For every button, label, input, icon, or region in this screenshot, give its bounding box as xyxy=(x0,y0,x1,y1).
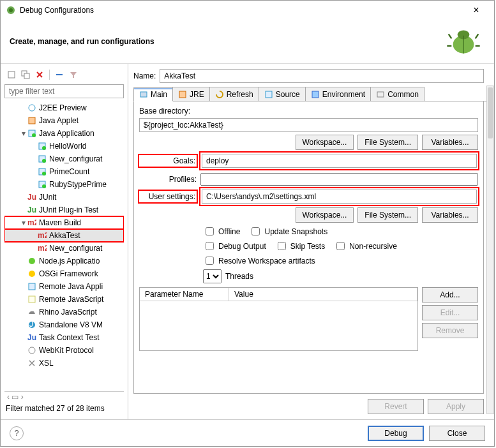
right-vscroll[interactable] xyxy=(486,86,494,414)
revert-button[interactable]: Revert xyxy=(368,399,424,414)
resolve-workspace-check[interactable]: Resolve Workspace artifacts xyxy=(203,255,315,267)
tree-item-label: WebKit Protocol xyxy=(39,346,94,355)
tree-item[interactable]: New_configurat xyxy=(4,153,124,165)
webkit-icon xyxy=(27,346,36,355)
tree-item[interactable]: WebKit Protocol xyxy=(4,344,124,357)
left-hscroll[interactable]: ‹ ▭ › xyxy=(4,391,124,401)
name-input[interactable] xyxy=(160,69,484,83)
tree-item-label: Maven Build xyxy=(39,218,81,227)
header-subtitle: Create, manage, and run configurations xyxy=(10,37,446,46)
main-icon xyxy=(139,90,148,99)
basedir-input[interactable] xyxy=(139,118,478,132)
parameter-table[interactable]: Parameter Name Value xyxy=(139,287,418,351)
threads-spinner[interactable]: 1 xyxy=(203,269,222,283)
tree-item[interactable]: Remote JavaScript xyxy=(4,293,124,306)
svg-text:m2: m2 xyxy=(27,218,36,227)
svg-rect-35 xyxy=(29,296,35,302)
tree-item[interactable]: JStandalone V8 VM xyxy=(4,318,124,331)
tree-item[interactable]: m2New_configurat xyxy=(4,242,124,255)
debug-button[interactable]: Debug xyxy=(368,426,424,441)
svg-point-18 xyxy=(32,133,36,137)
tree-item[interactable]: m2AkkaTest xyxy=(4,229,124,242)
m2-icon: m2 xyxy=(27,218,36,227)
tree-item[interactable]: RubyStypePrime xyxy=(4,178,124,191)
tree-item[interactable]: JuTask Context Test xyxy=(4,331,124,344)
tab-source[interactable]: Source xyxy=(259,87,306,101)
filter-icon[interactable] xyxy=(68,69,79,80)
window-title: Debug Configurations xyxy=(20,6,463,15)
footer: ? Debug Close xyxy=(1,419,494,446)
update-snapshots-check[interactable]: Update Snapshots xyxy=(249,225,327,237)
tree-item[interactable]: OSGi Framework xyxy=(4,267,124,280)
env-icon xyxy=(311,90,320,99)
applet-icon xyxy=(27,116,36,125)
variables-button-2[interactable]: Variables... xyxy=(422,207,478,223)
svg-rect-41 xyxy=(179,91,186,98)
config-tree[interactable]: J2EE PreviewJava Applet▾Java Application… xyxy=(4,101,124,391)
debug-config-icon xyxy=(6,5,16,15)
filesystem-button-2[interactable]: File System... xyxy=(357,207,418,223)
svg-point-20 xyxy=(42,146,46,150)
tree-item-label: XSL xyxy=(39,359,54,368)
tab-label: Environment xyxy=(322,90,365,99)
tab-common[interactable]: Common xyxy=(370,87,425,101)
tab-jre[interactable]: JRE xyxy=(172,87,210,101)
java-run-icon xyxy=(38,142,47,151)
user-settings-label: User settings: xyxy=(139,191,197,202)
svg-point-32 xyxy=(29,258,35,264)
close-icon[interactable]: × xyxy=(463,4,489,16)
tab-main[interactable]: Main xyxy=(133,87,173,101)
param-edit-button[interactable]: Edit... xyxy=(422,305,478,320)
tab-label: JRE xyxy=(190,90,204,99)
workspace-button-2[interactable]: Workspace... xyxy=(296,207,354,223)
skip-tests-check[interactable]: Skip Tests xyxy=(275,240,325,252)
tree-item[interactable]: Node.js Applicatio xyxy=(4,255,124,267)
tab-refresh[interactable]: Refresh xyxy=(209,87,259,101)
tree-item-label: RubyStypePrime xyxy=(49,180,107,189)
tree-item-label: Java Application xyxy=(39,129,94,138)
body: J2EE PreviewJava Applet▾Java Application… xyxy=(1,64,494,419)
debug-output-check[interactable]: Debug Output xyxy=(203,240,266,252)
svg-rect-44 xyxy=(377,92,384,97)
param-remove-button[interactable]: Remove xyxy=(422,323,478,338)
delete-config-icon[interactable] xyxy=(34,69,45,80)
tree-item-label: AkkaTest xyxy=(49,231,80,240)
user-settings-input[interactable] xyxy=(202,190,477,204)
tree-item[interactable]: PrimeCount xyxy=(4,165,124,178)
svg-line-5 xyxy=(449,34,452,38)
goals-input[interactable] xyxy=(202,154,477,168)
tree-item[interactable]: Rhino JavaScript xyxy=(4,306,124,318)
tree-item-label: JUnit xyxy=(39,193,56,202)
tree-item[interactable]: ▾m2Maven Build xyxy=(4,216,124,229)
tree-item[interactable]: JuJUnit xyxy=(4,191,124,204)
duplicate-config-icon[interactable] xyxy=(20,69,31,80)
node-icon xyxy=(27,257,36,265)
new-config-icon[interactable] xyxy=(6,69,17,80)
svg-point-15 xyxy=(29,105,35,111)
param-add-button[interactable]: Add... xyxy=(422,287,478,302)
svg-rect-11 xyxy=(24,73,29,78)
filesystem-button[interactable]: File System... xyxy=(357,135,418,150)
tree-item[interactable]: Java Applet xyxy=(4,114,124,127)
variables-button[interactable]: Variables... xyxy=(422,135,478,150)
workspace-button[interactable]: Workspace... xyxy=(296,135,354,150)
apply-button[interactable]: Apply xyxy=(428,399,484,414)
tree-item[interactable]: JuJUnit Plug-in Test xyxy=(4,204,124,216)
tree-item[interactable]: XSL xyxy=(4,357,124,370)
filter-text-input[interactable] xyxy=(4,84,124,98)
help-icon[interactable]: ? xyxy=(10,426,24,440)
svg-text:Ju: Ju xyxy=(27,193,36,202)
offline-check[interactable]: Offline xyxy=(203,225,240,237)
left-panel: J2EE PreviewJava Applet▾Java Application… xyxy=(1,64,128,419)
tab-environment[interactable]: Environment xyxy=(305,87,371,101)
tab-row: MainJRERefreshSourceEnvironmentCommon xyxy=(133,87,492,101)
tree-item[interactable]: Remote Java Appli xyxy=(4,280,124,293)
profiles-input[interactable] xyxy=(200,173,478,186)
collapse-icon[interactable] xyxy=(54,69,65,80)
tree-item[interactable]: J2EE Preview xyxy=(4,101,124,114)
tree-item[interactable]: HelloWorld xyxy=(4,140,124,153)
close-button[interactable]: Close xyxy=(429,426,485,441)
svg-point-24 xyxy=(42,172,46,175)
non-recursive-check[interactable]: Non-recursive xyxy=(334,240,397,252)
tree-item[interactable]: ▾Java Application xyxy=(4,127,124,140)
